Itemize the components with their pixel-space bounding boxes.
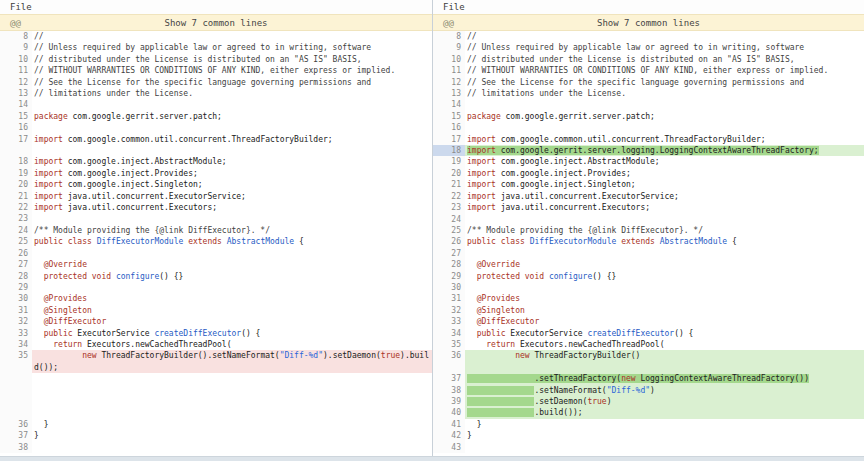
- code-line: import java.util.concurrent.Executors;: [32, 202, 432, 213]
- line-number[interactable]: 35: [433, 339, 465, 350]
- line-number[interactable]: 33: [0, 328, 32, 339]
- file-menu-button[interactable]: File: [0, 0, 432, 14]
- line-number[interactable]: 37: [433, 373, 465, 384]
- line-number[interactable]: 12: [433, 77, 465, 88]
- line-number[interactable]: 34: [0, 339, 32, 350]
- expand-common-lines-button[interactable]: @@ Show 7 common lines: [433, 14, 864, 31]
- line-number[interactable]: 31: [0, 305, 32, 316]
- code-line: [32, 396, 432, 407]
- line-number[interactable]: 21: [433, 179, 465, 190]
- line-number[interactable]: 25: [433, 225, 465, 236]
- code-line: public ExecutorService createDiffExecuto…: [32, 328, 432, 339]
- line-number[interactable]: 8: [0, 31, 32, 42]
- line-number[interactable]: 14: [0, 99, 32, 110]
- line-number[interactable]: 19: [433, 156, 465, 167]
- diff-row: 42}: [433, 430, 864, 441]
- line-number[interactable]: 32: [433, 305, 465, 316]
- line-number[interactable]: [0, 396, 32, 407]
- line-number[interactable]: 20: [433, 168, 465, 179]
- line-number[interactable]: [0, 145, 32, 156]
- diff-row: 17import com.google.common.util.concurre…: [433, 134, 864, 145]
- line-number[interactable]: 32: [0, 316, 32, 327]
- code-line: @DiffExecutor: [32, 316, 432, 327]
- line-number[interactable]: 15: [433, 111, 465, 122]
- code-line: [465, 214, 864, 225]
- line-number[interactable]: 26: [433, 236, 465, 247]
- line-number[interactable]: 27: [0, 259, 32, 270]
- line-number[interactable]: [0, 385, 32, 396]
- line-number[interactable]: [0, 373, 32, 384]
- line-number[interactable]: 9: [0, 42, 32, 53]
- line-number[interactable]: 13: [0, 88, 32, 99]
- diff-row: 12// See the License for the specific la…: [433, 77, 864, 88]
- line-number[interactable]: 36: [433, 350, 465, 361]
- hunk-label: Show 7 common lines: [0, 15, 432, 32]
- line-number[interactable]: 10: [0, 54, 32, 65]
- code-line: @Singleton: [32, 305, 432, 316]
- file-menu-button[interactable]: File: [433, 0, 864, 14]
- code-line: import com.google.inject.Singleton;: [32, 179, 432, 190]
- line-number[interactable]: 42: [433, 430, 465, 441]
- line-number[interactable]: 28: [433, 259, 465, 270]
- line-number[interactable]: 23: [0, 213, 32, 224]
- code-line: [32, 407, 432, 418]
- line-number[interactable]: 24: [433, 214, 465, 225]
- line-number[interactable]: 24: [0, 225, 32, 236]
- line-number[interactable]: 21: [0, 191, 32, 202]
- line-number[interactable]: 40: [433, 407, 465, 418]
- line-number[interactable]: 11: [433, 65, 465, 76]
- line-number[interactable]: 15: [0, 111, 32, 122]
- line-number[interactable]: 22: [0, 202, 32, 213]
- diff-row: 35 return Executors.newCachedThreadPool(: [433, 339, 864, 350]
- line-number[interactable]: 8: [433, 31, 465, 42]
- line-number[interactable]: 19: [0, 168, 32, 179]
- line-number[interactable]: 20: [0, 179, 32, 190]
- line-number[interactable]: 16: [0, 122, 32, 133]
- code-line: new ThreadFactoryBuilder(): [465, 350, 864, 361]
- line-number[interactable]: 43: [433, 442, 465, 453]
- diff-row: [0, 385, 432, 396]
- diff-row: 38 .setNameFormat("Diff-%d"): [433, 385, 864, 396]
- line-number[interactable]: [0, 407, 32, 418]
- line-number[interactable]: 39: [433, 396, 465, 407]
- line-number[interactable]: 23: [433, 202, 465, 213]
- line-number[interactable]: 37: [0, 430, 32, 441]
- expand-common-lines-button[interactable]: @@ Show 7 common lines: [0, 14, 432, 31]
- line-number[interactable]: 33: [433, 316, 465, 327]
- line-number[interactable]: 22: [433, 191, 465, 202]
- line-number[interactable]: 25: [0, 236, 32, 247]
- line-number[interactable]: 14: [433, 99, 465, 110]
- line-number[interactable]: 18: [0, 156, 32, 167]
- line-number[interactable]: 31: [433, 293, 465, 304]
- line-number[interactable]: 26: [0, 248, 32, 259]
- line-number[interactable]: 9: [433, 42, 465, 53]
- line-number[interactable]: 18: [433, 145, 465, 156]
- line-number[interactable]: 36: [0, 419, 32, 430]
- line-number[interactable]: 12: [0, 77, 32, 88]
- line-number[interactable]: 35: [0, 350, 32, 373]
- line-number[interactable]: 27: [433, 248, 465, 259]
- diff-pane-new: File @@ Show 7 common lines 8//9// Unles…: [432, 0, 864, 461]
- line-number[interactable]: 17: [0, 134, 32, 145]
- line-number[interactable]: 38: [433, 385, 465, 396]
- line-number[interactable]: 28: [0, 271, 32, 282]
- line-number[interactable]: 17: [433, 134, 465, 145]
- line-number[interactable]: 38: [0, 442, 32, 453]
- line-number[interactable]: [433, 362, 465, 373]
- line-number[interactable]: 34: [433, 328, 465, 339]
- diff-row: 9// Unless required by applicable law or…: [0, 42, 432, 53]
- line-number[interactable]: 41: [433, 419, 465, 430]
- line-number[interactable]: 16: [433, 122, 465, 133]
- line-number[interactable]: 13: [433, 88, 465, 99]
- code-line: import com.google.inject.Singleton;: [465, 179, 864, 190]
- diff-row: 25/** Module providing the {@link DiffEx…: [433, 225, 864, 236]
- line-number[interactable]: 30: [433, 282, 465, 293]
- line-number[interactable]: 29: [433, 271, 465, 282]
- line-number[interactable]: 29: [0, 282, 32, 293]
- line-number[interactable]: 10: [433, 54, 465, 65]
- code-line: // limitations under the License.: [465, 88, 864, 99]
- diff-row: 33 @DiffExecutor: [433, 316, 864, 327]
- line-number[interactable]: 30: [0, 293, 32, 304]
- code-line: //: [32, 31, 432, 42]
- line-number[interactable]: 11: [0, 65, 32, 76]
